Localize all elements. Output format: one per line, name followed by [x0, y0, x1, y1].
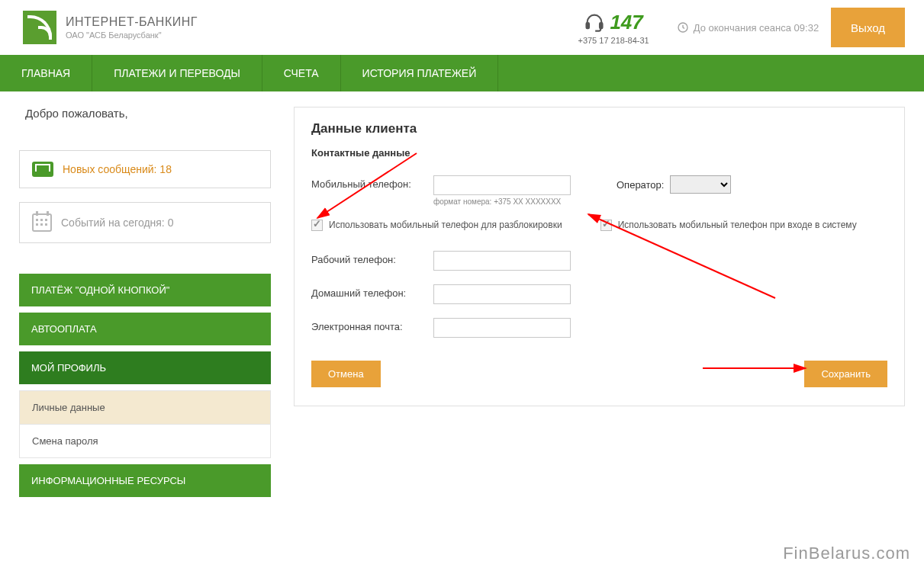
- cancel-button[interactable]: Отмена: [311, 361, 381, 387]
- menu-autopay[interactable]: АВТООПЛАТА: [19, 313, 271, 345]
- support-short-number: 147: [610, 11, 642, 34]
- menu-profile[interactable]: МОЙ ПРОФИЛЬ: [19, 351, 271, 384]
- svg-rect-1: [600, 23, 603, 28]
- messages-label: Новых сообщений:: [63, 163, 159, 175]
- calendar-icon: [32, 213, 52, 232]
- nav-history[interactable]: ИСТОРИЯ ПЛАТЕЖЕЙ: [341, 55, 499, 91]
- side-menu: ПЛАТЁЖ "ОДНОЙ КНОПКОЙ" АВТООПЛАТА МОЙ ПР…: [19, 274, 271, 497]
- mail-icon: [32, 162, 53, 177]
- profile-submenu: Личные данные Смена пароля: [19, 390, 271, 458]
- support-phone: +375 17 218-84-31: [578, 36, 649, 45]
- svg-rect-0: [587, 23, 590, 28]
- operator-label: Оператор:: [617, 179, 664, 191]
- app-subtitle: ОАО "АСБ Беларусбанк": [66, 30, 198, 40]
- events-box[interactable]: Событий на сегодня: 0: [19, 202, 271, 243]
- checkbox-login-label: Использовать мобильный телефон при входе…: [618, 220, 857, 230]
- checkbox-unlock-label: Использовать мобильный телефон для разбл…: [329, 220, 562, 230]
- home-phone-label: Домашний телефон:: [311, 284, 426, 299]
- nav-payments[interactable]: ПЛАТЕЖИ И ПЕРЕВОДЫ: [92, 55, 262, 91]
- app-title: ИНТЕРНЕТ-БАНКИНГ: [66, 15, 198, 29]
- email-label: Электронная почта:: [311, 318, 426, 332]
- menu-oneclick[interactable]: ПЛАТЁЖ "ОДНОЙ КНОПКОЙ": [19, 274, 271, 306]
- events-count: 0: [168, 217, 174, 229]
- headset-icon: [584, 11, 605, 33]
- welcome-text: Добро пожаловать,: [19, 107, 271, 120]
- checkbox-unlock[interactable]: [311, 220, 323, 231]
- panel-subtitle: Контактные данные: [311, 147, 887, 159]
- messages-count: 18: [159, 163, 172, 175]
- sidebar: Добро пожаловать, Новых сообщений: 18 Со…: [19, 107, 271, 503]
- logo-text: ИНТЕРНЕТ-БАНКИНГ ОАО "АСБ Беларусбанк": [66, 15, 198, 40]
- nav-main[interactable]: ГЛАВНАЯ: [0, 55, 92, 91]
- checkbox-login[interactable]: [600, 220, 612, 231]
- mobile-input[interactable]: [433, 175, 571, 195]
- support-block: 147 +375 17 218-84-31: [578, 11, 649, 45]
- submenu-personal-data[interactable]: Личные данные: [20, 390, 270, 424]
- submenu-change-password[interactable]: Смена пароля: [20, 424, 270, 457]
- mobile-label: Мобильный телефон:: [311, 175, 426, 190]
- clock-icon: [677, 21, 689, 34]
- work-phone-label: Рабочий телефон:: [311, 251, 426, 265]
- work-phone-input[interactable]: [433, 251, 571, 271]
- menu-info-resources[interactable]: ИНФОРМАЦИОННЫЕ РЕСУРСЫ: [19, 464, 271, 497]
- email-input[interactable]: [433, 318, 571, 338]
- main-nav: ГЛАВНАЯ ПЛАТЕЖИ И ПЕРЕВОДЫ СЧЕТА ИСТОРИЯ…: [0, 55, 924, 91]
- operator-select[interactable]: [670, 175, 731, 194]
- header-bar: ИНТЕРНЕТ-БАНКИНГ ОАО "АСБ Беларусбанк" 1…: [0, 0, 924, 55]
- session-timer: До окончания сеанса 09:32: [665, 21, 831, 34]
- format-hint: формат номера: +375 XX XXXXXXX: [433, 197, 571, 206]
- logo-block: ИНТЕРНЕТ-БАНКИНГ ОАО "АСБ Беларусбанк": [23, 11, 578, 44]
- logout-button[interactable]: Выход: [831, 8, 905, 47]
- events-label: Событий на сегодня:: [61, 217, 168, 229]
- main-panel: Данные клиента Контактные данные Мобильн…: [294, 107, 905, 406]
- home-phone-input[interactable]: [433, 284, 571, 304]
- nav-accounts[interactable]: СЧЕТА: [262, 55, 341, 91]
- panel-title: Данные клиента: [311, 121, 887, 136]
- bank-logo-icon: [23, 11, 56, 44]
- messages-box[interactable]: Новых сообщений: 18: [19, 150, 271, 188]
- save-button[interactable]: Сохранить: [804, 361, 887, 387]
